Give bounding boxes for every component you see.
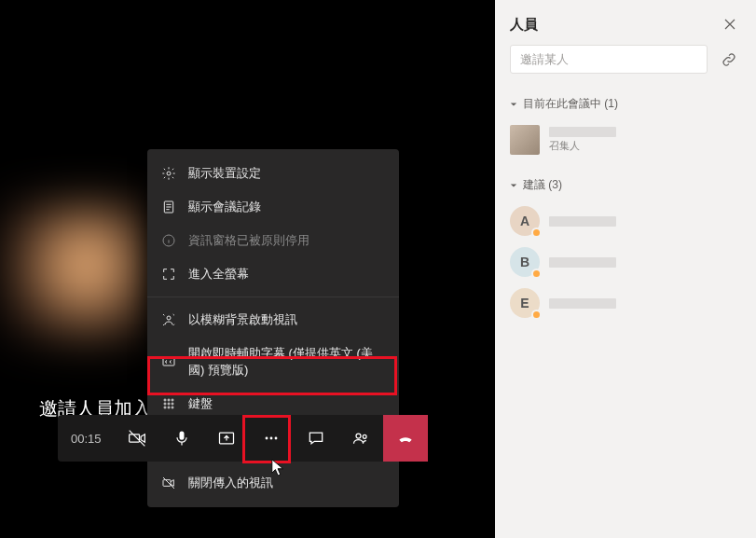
menu-label: 關閉傳入的視訊 <box>188 475 273 491</box>
menu-label: 進入全螢幕 <box>188 266 249 283</box>
section-label: 建議 (3) <box>523 177 562 193</box>
hangup-button[interactable] <box>383 415 428 462</box>
svg-point-18 <box>269 437 272 440</box>
svg-point-11 <box>164 407 166 408</box>
chevron-down-icon <box>510 182 517 189</box>
incoming-video-off-icon <box>160 475 177 491</box>
avatar: A <box>510 206 540 236</box>
avatar <box>510 125 540 155</box>
avatar: B <box>510 247 540 277</box>
participant-role: 召集人 <box>549 139 616 153</box>
cursor-pointer-icon <box>270 458 287 478</box>
close-panel-button[interactable] <box>719 13 741 35</box>
gear-icon <box>160 165 177 182</box>
meeting-area: 邀請人員加入 顯示裝置設定 顯示會議記錄 資訊窗格已被原則停用 進入全螢幕 以模… <box>0 0 495 538</box>
svg-point-13 <box>172 407 173 408</box>
svg-point-17 <box>265 437 268 440</box>
people-button[interactable] <box>338 415 383 462</box>
svg-point-7 <box>172 399 173 401</box>
share-icon <box>217 429 236 448</box>
notes-icon <box>160 199 177 215</box>
suggestion-name-redacted <box>549 257 616 268</box>
section-suggestions[interactable]: 建議 (3) <box>510 177 741 193</box>
suggestion-name-redacted <box>549 298 616 309</box>
svg-point-0 <box>167 172 171 175</box>
svg-point-3 <box>167 316 171 320</box>
presence-away-icon <box>531 269 542 279</box>
menu-meeting-notes[interactable]: 顯示會議記錄 <box>147 190 399 224</box>
svg-rect-4 <box>163 358 174 366</box>
participant-name-redacted <box>549 127 616 137</box>
menu-label: 開啟即時輔助字幕 (僅提供英文 (美國) 預覽版) <box>188 345 386 379</box>
participant-video-placeholder <box>0 203 144 340</box>
menu-live-captions[interactable]: 開啟即時輔助字幕 (僅提供英文 (美國) 預覽版) <box>147 337 399 387</box>
presence-away-icon <box>531 310 542 320</box>
suggestion-name-redacted <box>549 216 616 227</box>
menu-label: 顯示裝置設定 <box>188 165 261 182</box>
svg-point-20 <box>356 434 361 438</box>
chat-icon <box>307 429 325 448</box>
chevron-down-icon <box>510 101 517 108</box>
menu-blur-background[interactable]: 以模糊背景啟動視訊 <box>147 303 399 337</box>
link-icon <box>721 51 737 68</box>
people-panel: 人員 目前在此會議中 (1) 召集人 建議 (3) A <box>495 0 756 538</box>
more-actions-button[interactable] <box>249 415 294 462</box>
section-label: 目前在此會議中 (1) <box>523 96 618 112</box>
svg-point-10 <box>172 403 173 405</box>
meeting-toolbar: 00:15 <box>58 415 428 462</box>
fullscreen-icon <box>160 266 177 283</box>
hangup-icon <box>396 429 415 448</box>
cc-icon <box>160 353 177 370</box>
svg-point-21 <box>363 435 366 438</box>
suggestion-row[interactable]: E <box>510 283 741 324</box>
mic-toggle-button[interactable] <box>159 415 204 462</box>
panel-title: 人員 <box>510 16 538 34</box>
camera-off-icon <box>128 429 146 448</box>
svg-point-5 <box>164 399 166 401</box>
share-screen-button[interactable] <box>204 415 249 462</box>
keypad-icon <box>160 395 177 412</box>
svg-point-12 <box>168 407 170 408</box>
blur-icon <box>160 311 177 328</box>
menu-fullscreen[interactable]: 進入全螢幕 <box>147 257 399 291</box>
svg-point-9 <box>168 403 170 405</box>
suggestion-row[interactable]: B <box>510 241 741 283</box>
call-timer: 00:15 <box>58 432 115 446</box>
presence-away-icon <box>531 228 542 238</box>
invite-input[interactable] <box>510 45 708 74</box>
info-icon <box>160 232 177 249</box>
participant-row[interactable]: 召集人 <box>510 119 741 160</box>
mic-icon <box>172 429 191 448</box>
section-in-meeting[interactable]: 目前在此會議中 (1) <box>510 96 741 112</box>
svg-point-8 <box>164 403 166 405</box>
svg-point-19 <box>274 437 277 440</box>
menu-device-settings[interactable]: 顯示裝置設定 <box>147 157 399 190</box>
svg-point-6 <box>168 399 170 401</box>
people-icon <box>351 429 370 448</box>
menu-label: 以模糊背景啟動視訊 <box>188 311 297 328</box>
menu-separator <box>147 297 399 297</box>
menu-label: 資訊窗格已被原則停用 <box>188 232 309 249</box>
ellipsis-icon <box>262 429 281 448</box>
menu-info-disabled: 資訊窗格已被原則停用 <box>147 224 399 257</box>
camera-toggle-button[interactable] <box>115 415 159 462</box>
close-icon <box>724 19 735 30</box>
chat-button[interactable] <box>294 415 338 462</box>
svg-rect-15 <box>179 432 184 440</box>
menu-label: 顯示會議記錄 <box>188 199 261 215</box>
avatar: E <box>510 288 540 318</box>
suggestion-row[interactable]: A <box>510 200 741 241</box>
copy-link-button[interactable] <box>717 48 741 72</box>
menu-label: 鍵盤 <box>188 395 213 412</box>
